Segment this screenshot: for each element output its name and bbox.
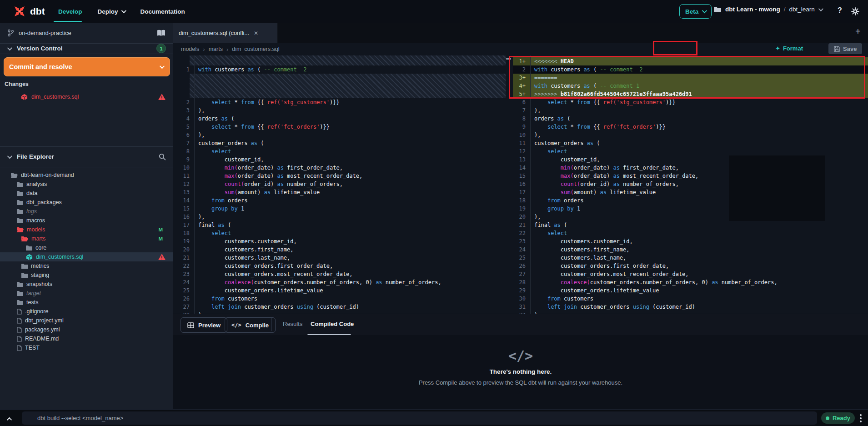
changes-label: Changes xyxy=(5,81,29,87)
folder-icon xyxy=(0,281,23,287)
dbt-logo[interactable]: dbt xyxy=(13,5,45,18)
close-icon[interactable]: ✕ xyxy=(254,30,258,36)
tree-item-tests[interactable]: tests xyxy=(0,298,173,307)
code-line: 28 coalesce(customer_orders.number_of_or… xyxy=(513,278,868,286)
chevron-down-icon xyxy=(702,8,707,13)
preview-button[interactable]: Preview xyxy=(181,317,227,333)
code-line: 11customer_orders as ( xyxy=(513,139,868,147)
environment-name: dbt_learn xyxy=(789,6,815,13)
tree-item-packages-yml[interactable]: packages.yml xyxy=(0,325,173,334)
folder-icon xyxy=(0,200,23,205)
code-line: 19 customers.customer_id, xyxy=(173,237,506,246)
changed-file-row[interactable]: dim_customers.sql xyxy=(0,92,173,102)
code-line: 6 select * from {{ ref('stg_customers')}… xyxy=(513,98,868,106)
code-line: 21 customers.last_name, xyxy=(173,254,506,262)
file-icon xyxy=(0,345,22,351)
tree-item-dbt-learn-on-demand[interactable]: dbt-learn-on-demand xyxy=(0,170,173,180)
tree-item-test[interactable]: TEST xyxy=(0,343,173,352)
commit-options-toggle[interactable] xyxy=(153,58,170,76)
tree-item-models[interactable]: modelsM xyxy=(0,225,173,234)
tree-item-staging[interactable]: staging xyxy=(0,271,173,280)
tree-item-readme-md[interactable]: README.md xyxy=(0,334,173,343)
compile-button[interactable]: </> Compile xyxy=(225,317,276,333)
gutter-divider xyxy=(530,55,531,314)
save-button[interactable]: Save xyxy=(828,43,862,54)
format-label: Format xyxy=(783,45,803,52)
format-button[interactable]: ✦ Format xyxy=(775,45,803,52)
dbt-logo-text: dbt xyxy=(30,6,45,17)
tab-results[interactable]: Results xyxy=(283,321,302,327)
code-icon: </> xyxy=(231,322,241,328)
editor-pane-working[interactable]: 1with customers as ( -- comment 22 selec… xyxy=(173,55,506,314)
nav-develop[interactable]: Develop xyxy=(58,8,82,15)
conflict-filler-region xyxy=(173,55,506,65)
tree-item-label: macros xyxy=(26,217,45,224)
code-line: 14 from orders xyxy=(173,196,506,205)
chevron-down-icon xyxy=(160,64,165,69)
folder-icon xyxy=(0,291,23,296)
code-line: 3), xyxy=(173,106,506,115)
tree-item-label: dim_customers.sql xyxy=(36,254,83,260)
changed-file-name: dim_customers.sql xyxy=(31,94,79,100)
command-input[interactable]: dbt build --select <model_name> xyxy=(22,411,817,425)
tree-item--gitignore[interactable]: .gitignore xyxy=(0,307,173,316)
tree-item-dbt-project-yml[interactable]: dbt_project.yml xyxy=(0,316,173,325)
code-line: 13 sum(amount) as lifetime_value xyxy=(173,188,506,196)
tree-item-logs[interactable]: logs xyxy=(0,207,173,216)
sparkle-icon: ✦ xyxy=(775,45,780,52)
file-icon xyxy=(0,336,22,342)
version-control-header[interactable]: Version Control 1 xyxy=(0,43,173,54)
new-tab-button[interactable]: + xyxy=(855,26,861,37)
tree-item-macros[interactable]: macros xyxy=(0,216,173,225)
tree-item-snapshots[interactable]: snapshots xyxy=(0,280,173,289)
expand-command-bar-icon[interactable] xyxy=(7,417,12,422)
breadcrumb-file[interactable]: dim_customers.sql xyxy=(232,46,279,52)
tree-item-data[interactable]: data xyxy=(0,189,173,198)
tree-item-target[interactable]: target xyxy=(0,289,173,298)
folder-icon xyxy=(0,263,28,269)
gear-icon[interactable] xyxy=(851,7,860,16)
code-line: 4orders as ( xyxy=(173,115,506,123)
dark-overlay-patch xyxy=(729,155,825,221)
project-switcher[interactable]: dbt Learn - mwong / dbt_learn xyxy=(713,6,822,13)
tree-item-label: dbt-learn-on-demand xyxy=(21,172,74,178)
kebab-menu-icon[interactable] xyxy=(860,413,862,423)
code-line: 11 max(order_date) as most_recent_order_… xyxy=(173,172,506,180)
folder-icon xyxy=(0,190,23,196)
tab-dim-customers[interactable]: dim_customers.sql (confli... ✕ xyxy=(173,23,277,43)
tree-item-dbt-packages[interactable]: dbt_packages xyxy=(0,198,173,207)
code-line: 5 select * from {{ ref('fct_orders')}} xyxy=(173,123,506,131)
tree-item-label: data xyxy=(26,190,37,196)
tree-item-dim-customers-sql[interactable]: dim_customers.sql xyxy=(0,252,173,261)
tree-item-core[interactable]: core xyxy=(0,243,173,252)
docs-book-icon[interactable] xyxy=(157,30,166,36)
code-line: 15 group by 1 xyxy=(173,205,506,213)
tree-item-label: metrics xyxy=(31,263,49,269)
tab-compiled-code[interactable]: Compiled Code xyxy=(311,321,354,327)
top-navbar: dbt Develop Deploy Documentation Beta db… xyxy=(0,0,868,23)
commit-and-resolve-button[interactable]: Commit and resolve xyxy=(4,57,170,76)
tree-item-analysis[interactable]: analysis xyxy=(0,180,173,189)
tree-item-marts[interactable]: martsM xyxy=(0,234,173,243)
breadcrumb-marts[interactable]: marts xyxy=(209,46,223,52)
nav-documentation[interactable]: Documentation xyxy=(140,8,185,15)
search-icon[interactable] xyxy=(159,153,166,160)
conflict-warning-icon xyxy=(158,94,166,100)
code-line: 10), xyxy=(513,131,868,139)
beta-dropdown[interactable]: Beta xyxy=(679,4,712,19)
code-line: 16), xyxy=(173,213,506,221)
tree-item-metrics[interactable]: metrics xyxy=(0,261,173,271)
tree-item-label: packages.yml xyxy=(25,326,60,333)
code-line: 10 min(order_date) as first_order_date, xyxy=(173,164,506,172)
nav-deploy[interactable]: Deploy xyxy=(98,8,125,15)
empty-state-title: There's nothing here. xyxy=(173,368,868,375)
code-line: 31 left join customer_orders using (cust… xyxy=(513,303,868,311)
toolbar-divider xyxy=(271,318,272,331)
cube-icon xyxy=(0,254,33,261)
file-explorer-header[interactable]: File Explorer xyxy=(0,146,173,167)
tree-item-label: target xyxy=(26,290,41,296)
help-icon[interactable]: ? xyxy=(838,6,842,15)
chevron-down-icon xyxy=(7,45,12,50)
status-label: Ready xyxy=(833,415,850,421)
breadcrumb-models[interactable]: models xyxy=(181,46,199,52)
